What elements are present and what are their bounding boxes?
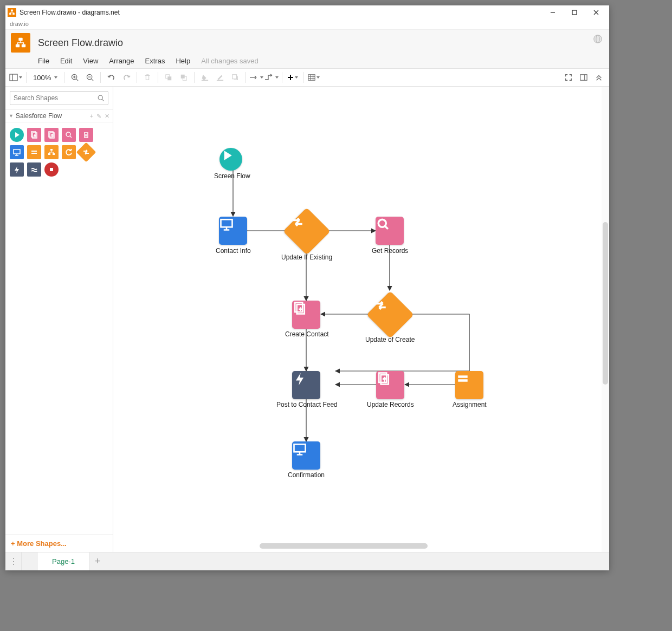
shape-assignment[interactable]	[27, 145, 41, 159]
node-get-records[interactable]	[376, 217, 404, 245]
svg-point-26	[66, 132, 70, 136]
svg-rect-28	[50, 149, 53, 151]
maximize-button[interactable]	[564, 5, 585, 19]
toolbar: 100%	[5, 69, 609, 87]
canvas[interactable]: Screen Flow Contact Info Update If Exist…	[113, 87, 602, 552]
svg-rect-7	[16, 44, 20, 48]
shape-end[interactable]	[44, 162, 59, 177]
close-button[interactable]	[585, 5, 607, 19]
svg-rect-6	[18, 38, 22, 41]
label-update-of-create: Update of Create	[365, 336, 415, 343]
menu-help[interactable]: Help	[176, 57, 190, 65]
sidebar: ▼ Salesforce Flow + ✎ ✕	[5, 87, 113, 552]
svg-rect-32	[221, 219, 232, 227]
shape-decision[interactable]	[76, 142, 96, 162]
shape-loop[interactable]	[62, 145, 76, 159]
zoom-out-button[interactable]	[83, 70, 97, 84]
palette-header[interactable]: ▼ Salesforce Flow + ✎ ✕	[5, 109, 113, 122]
node-start[interactable]	[219, 148, 242, 171]
shape-action[interactable]	[10, 162, 24, 177]
sidebar-toggle-button[interactable]	[9, 70, 23, 84]
label-create-contact: Create Contact	[285, 330, 329, 338]
menubar: File Edit View Arrange Extras Help All c…	[11, 53, 604, 68]
search-shapes[interactable]	[10, 91, 108, 105]
svg-point-33	[378, 219, 386, 227]
node-post-feed[interactable]	[292, 371, 320, 399]
menu-arrange[interactable]: Arrange	[109, 57, 134, 65]
logo-icon[interactable]	[11, 33, 30, 53]
subtitle: draw.io	[5, 19, 609, 29]
fill-color-button[interactable]	[198, 70, 212, 84]
label-update-if-existing: Update If Existing	[281, 253, 332, 261]
menu-extras[interactable]: Extras	[145, 57, 165, 65]
node-contact-info[interactable]	[219, 217, 247, 245]
zoom-select[interactable]: 100%	[30, 74, 61, 82]
node-update-if-existing[interactable]	[283, 207, 331, 255]
connection-button[interactable]	[249, 70, 263, 84]
palette-edit-icon[interactable]: ✎	[96, 113, 101, 120]
redo-button[interactable]	[119, 70, 133, 84]
svg-rect-17	[217, 80, 223, 81]
node-confirmation[interactable]	[292, 441, 320, 470]
svg-rect-9	[10, 74, 17, 81]
canvas-wrap: Screen Flow Contact Info Update If Exist…	[113, 87, 609, 552]
more-shapes-button[interactable]: + More Shapes...	[5, 535, 113, 552]
to-front-button[interactable]	[161, 70, 176, 84]
shadow-button[interactable]	[228, 70, 242, 84]
palette-close-icon[interactable]: ✕	[105, 113, 109, 120]
menu-file[interactable]: File	[38, 57, 49, 65]
label-update-records: Update Records	[367, 401, 414, 408]
app-window: Screen Flow.drawio - diagrams.net draw.i…	[5, 5, 609, 570]
palette-add-icon[interactable]: +	[90, 113, 93, 120]
shape-apex[interactable]	[27, 162, 41, 177]
fullscreen-button[interactable]	[561, 70, 576, 84]
label-contact-info: Contact Info	[216, 247, 251, 255]
menu-view[interactable]: View	[83, 57, 98, 65]
page-tabs: ⋮ Page-1 +	[5, 552, 609, 570]
window-controls	[542, 5, 607, 19]
waypoint-button[interactable]	[264, 70, 279, 84]
shape-delete-records[interactable]	[79, 128, 93, 142]
delete-button[interactable]	[140, 70, 154, 84]
chevron-down-icon: ▼	[9, 113, 14, 119]
label-confirmation: Confirmation	[288, 471, 325, 479]
label-assignment: Assignment	[453, 401, 487, 408]
svg-rect-3	[572, 10, 577, 15]
tab-options-button[interactable]: ⋮	[5, 552, 22, 570]
vertical-scrollbar[interactable]	[603, 222, 608, 385]
horizontal-scrollbar[interactable]	[260, 543, 428, 549]
shape-create-records[interactable]	[27, 128, 41, 142]
line-color-button[interactable]	[213, 70, 227, 84]
add-page-button[interactable]: +	[89, 552, 106, 570]
shape-screen[interactable]	[10, 145, 24, 159]
tab-page-1[interactable]: Page-1	[38, 552, 89, 570]
minimize-button[interactable]	[542, 5, 564, 19]
svg-rect-30	[53, 153, 55, 155]
shape-update-records[interactable]	[44, 128, 59, 142]
table-button[interactable]	[307, 70, 321, 84]
search-icon	[98, 95, 105, 102]
svg-rect-31	[50, 168, 53, 171]
menu-edit[interactable]: Edit	[60, 57, 72, 65]
insert-button[interactable]	[286, 70, 300, 84]
save-status: All changes saved	[201, 57, 259, 65]
svg-rect-16	[202, 80, 208, 81]
app-icon	[8, 8, 16, 17]
format-panel-button[interactable]	[577, 70, 591, 84]
document-title[interactable]: Screen Flow.drawio	[38, 37, 123, 49]
node-create-contact[interactable]	[292, 301, 320, 329]
node-assignment[interactable]	[455, 371, 483, 399]
shape-start[interactable]	[10, 128, 24, 142]
to-back-button[interactable]	[177, 70, 191, 84]
shape-subflow[interactable]	[44, 145, 59, 159]
label-post-feed: Post to Contact Feed	[276, 401, 338, 408]
node-update-of-create[interactable]	[366, 291, 414, 339]
zoom-in-button[interactable]	[68, 70, 82, 84]
undo-button[interactable]	[104, 70, 118, 84]
language-icon[interactable]	[593, 34, 603, 46]
collapse-button[interactable]	[592, 70, 606, 84]
node-update-records[interactable]	[376, 371, 404, 399]
search-input[interactable]	[14, 94, 98, 102]
svg-rect-1	[9, 13, 11, 15]
shape-get-records[interactable]	[62, 128, 76, 142]
